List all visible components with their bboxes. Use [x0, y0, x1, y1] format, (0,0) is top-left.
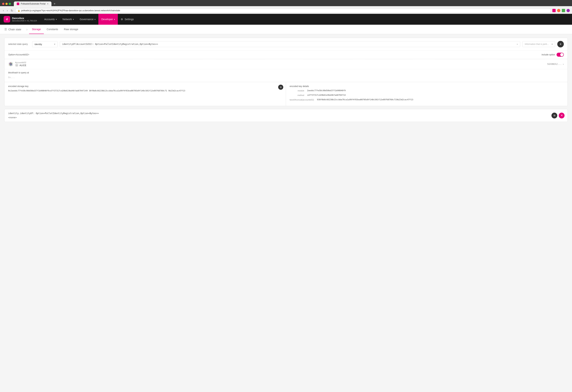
- account-type-label: AccountId32: [15, 61, 26, 64]
- main-nav: Accounts ▾ Network ▾ Governance ▾ Develo…: [41, 14, 568, 25]
- svg-point-2: [9, 63, 10, 64]
- sub-nav: ☰ Chain state › Storage Constants Raw st…: [0, 25, 572, 34]
- identicon-svg: [8, 61, 13, 67]
- maximize-window-btn[interactable]: [9, 3, 11, 5]
- concat-detail-row: twox64concat(accountid32) 938f0b8c66238b…: [290, 98, 564, 101]
- tab-constants-label: Constants: [47, 28, 58, 31]
- method-detail-label: method: [290, 94, 304, 96]
- include-option-label: include option: [542, 53, 555, 56]
- extension-icon-1[interactable]: [552, 9, 556, 12]
- result-value: <none>: [8, 116, 564, 119]
- block-number: #1,790,624: [27, 20, 37, 22]
- include-option-toggle[interactable]: [556, 53, 564, 57]
- concat-detail-value: 938f0b8c66238b13ccbba76ca1a99f4f83ea0070…: [317, 98, 564, 101]
- minimize-window-btn[interactable]: [5, 3, 8, 5]
- module-detail-row: module 2aeddc77fe58c98d50bd37f1b90840f9: [290, 89, 564, 92]
- nav-governance-label: Governance: [80, 18, 94, 21]
- extension-icon-3[interactable]: [562, 9, 565, 12]
- ssl-icon: 🔒: [18, 9, 20, 12]
- blockhash-label: blockhash to query at: [8, 71, 564, 74]
- encoded-left: encoded storage key 0x2aeddc77fe58c98d50…: [4, 82, 286, 106]
- concat-detail-label: twox64concat(accountid32): [290, 98, 314, 101]
- remove-account-button[interactable]: −: [15, 64, 18, 67]
- option-row: Option<AccountId32> include option: [4, 50, 568, 59]
- blockhash-input[interactable]: 0x...: [8, 75, 564, 80]
- traffic-lights: [2, 3, 11, 5]
- settings-gear-icon: ⚙: [121, 18, 123, 21]
- main-content: selected state query identity ▾ identity…: [0, 34, 572, 392]
- nav-network-label: Network: [63, 18, 72, 21]
- add-query-button[interactable]: +: [557, 41, 564, 47]
- account-hash-chevron-icon: ▾: [563, 63, 564, 65]
- url-text: polkadot.js.org/apps/?rpc=wss%3A%2F%2Ffr…: [21, 9, 120, 12]
- nav-accounts[interactable]: Accounts ▾: [41, 14, 60, 25]
- method-chevron-icon: ▾: [517, 43, 518, 45]
- browser-tabs: Polkadot/Substrate Portal ✕ +: [2, 1, 570, 6]
- app-header: d Dancebox dancebox/500 ▾ #1,790,624 Acc…: [0, 14, 572, 25]
- svg-point-3: [11, 63, 12, 64]
- nav-accounts-label: Accounts: [44, 18, 55, 21]
- governance-chevron-icon: ▾: [95, 18, 95, 20]
- module-value: identity: [34, 43, 42, 45]
- toggle-knob: [560, 53, 563, 56]
- logo-area: d Dancebox dancebox/500 ▾ #1,790,624: [4, 16, 37, 23]
- back-button[interactable]: ‹: [2, 9, 4, 13]
- result-card: identity.identityOf: Option<PalletIdenti…: [4, 109, 568, 122]
- tab-close-btn[interactable]: ✕: [47, 3, 48, 5]
- info-placeholder: Information that is perti...: [525, 43, 549, 45]
- browser-chrome: Polkadot/Substrate Portal ✕ +: [0, 0, 572, 6]
- module-selector[interactable]: identity ▾: [32, 41, 58, 47]
- network-chevron-icon: ▾: [25, 20, 26, 22]
- network-info: Dancebox dancebox/500 ▾ #1,790,624: [12, 17, 37, 22]
- info-field[interactable]: Information that is perti... ▾: [522, 41, 555, 47]
- close-window-btn[interactable]: [2, 3, 4, 5]
- result-close-icon: ✕: [560, 114, 563, 117]
- encoded-grid: encoded storage key 0x2aeddc77fe58c98d50…: [4, 82, 568, 106]
- address-bar-row: ‹ › ↻ 🔒 polkadot.js.org/apps/?rpc=wss%3A…: [0, 7, 572, 14]
- tab-raw-storage[interactable]: Raw storage: [61, 25, 81, 34]
- new-tab-button[interactable]: +: [53, 2, 56, 6]
- result-actions: ⧉ ✕: [552, 113, 565, 119]
- blockhash-row: blockhash to query at 0x...: [4, 69, 568, 82]
- forward-button[interactable]: ›: [6, 9, 8, 13]
- tab-storage[interactable]: Storage: [29, 25, 44, 34]
- address-bar[interactable]: 🔒 polkadot.js.org/apps/?rpc=wss%3A%2F%2F…: [15, 8, 551, 13]
- info-chevron-icon: ▾: [552, 43, 553, 45]
- nav-network[interactable]: Network ▾: [60, 14, 77, 25]
- method-value: identityOf(AccountId32): Option<PalletId…: [62, 43, 158, 45]
- account-hash-area[interactable]: 5Gh9NSh2... ▾: [547, 63, 564, 65]
- account-hash-text: 5Gh9NSh2...: [547, 63, 561, 65]
- svg-point-6: [10, 62, 11, 63]
- copy-key-button[interactable]: ⧉: [278, 85, 283, 90]
- nav-developer-label: Developer: [101, 18, 113, 21]
- method-detail-row: method cd7f37317cd20b61e9bd46fab8704714: [290, 94, 564, 96]
- tab-constants[interactable]: Constants: [44, 25, 61, 34]
- method-selector[interactable]: identityOf(AccountId32): Option<PalletId…: [60, 41, 520, 47]
- breadcrumb-arrow: ›: [26, 27, 28, 31]
- encoded-key-title: encoded storage key: [8, 85, 282, 88]
- method-detail-value: cd7f37317cd20b61e9bd46fab8704714: [307, 94, 564, 96]
- minus-icon: −: [16, 64, 17, 67]
- chain-state-label: Chain state: [8, 28, 21, 31]
- app-logo: d: [4, 16, 10, 23]
- extension-icon-2[interactable]: [557, 9, 560, 12]
- accounts-chevron-icon: ▾: [56, 18, 57, 20]
- result-title: identity.identityOf: Option<PalletIdenti…: [8, 112, 564, 115]
- encoded-right: encoded key details module 2aeddc77fe58c…: [286, 82, 568, 106]
- result-copy-icon: ⧉: [554, 114, 555, 117]
- option-label: Option<AccountId32>: [8, 53, 29, 56]
- chain-state-area: ☰ Chain state: [4, 25, 25, 34]
- svg-point-5: [11, 64, 12, 65]
- nav-governance[interactable]: Governance ▾: [77, 14, 98, 25]
- settings-button[interactable]: ⚙ Settings: [118, 14, 137, 25]
- extension-icon-4[interactable]: [567, 9, 570, 12]
- account-row: AccountId32 − ALICE 5Gh9NSh2... ▾: [4, 59, 568, 69]
- network-sub[interactable]: dancebox/500 ▾ #1,790,624: [12, 20, 37, 22]
- settings-label: Settings: [125, 18, 134, 21]
- result-close-button[interactable]: ✕: [559, 113, 565, 119]
- encoded-key-value: 0x2aeddc77fe58c98d50bd37f1b90840f9cd7f37…: [8, 89, 282, 92]
- refresh-button[interactable]: ↻: [10, 9, 14, 13]
- active-tab[interactable]: Polkadot/Substrate Portal ✕: [14, 1, 51, 6]
- nav-developer[interactable]: Developer ▾: [98, 14, 118, 25]
- result-copy-button[interactable]: ⧉: [552, 113, 557, 119]
